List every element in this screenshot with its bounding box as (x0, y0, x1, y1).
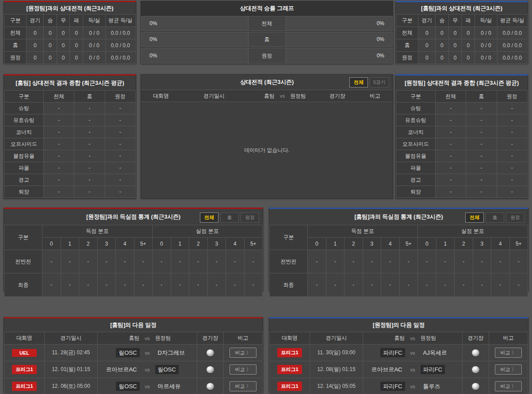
col-header: 평균 득/실 (105, 15, 135, 27)
stat-cell: - (399, 250, 418, 273)
panel-away-goal-stats: [원정팀]과의 득실점 통계 (최근3시즌) 전체 홈 원정 구분 득점 분포 … (4, 208, 263, 292)
stadium-icon[interactable] (472, 383, 479, 390)
stat-cell: - (466, 102, 497, 114)
stat-cell: - (207, 250, 226, 273)
tab-away[interactable]: 원정 (506, 212, 524, 223)
stat-cell: 0 (44, 52, 57, 64)
league-badge: 프리그1 (277, 365, 302, 374)
tab-5games[interactable]: 5경기 (370, 77, 389, 87)
tab-all[interactable]: 전체 (349, 77, 368, 87)
league-badge: 프리그1 (277, 382, 302, 391)
col-header: 구분 (4, 225, 42, 250)
stat-cell: - (466, 126, 497, 138)
stadium-icon[interactable] (207, 349, 214, 356)
tab-all[interactable]: 전체 (465, 212, 484, 223)
away-summary-table: 구분 전체 홈 원정 슈팅--- 유효슈팅--- 코너킥--- 오프사이드---… (396, 90, 528, 198)
winrate-right-value: 0% (377, 36, 384, 42)
stat-cell: - (399, 273, 418, 297)
goal-stats-tabs: 전체 홈 원정 (198, 212, 259, 223)
stat-cell: 0.0 / 0.0 (497, 27, 527, 39)
stadium-icon[interactable] (207, 366, 214, 373)
stat-cell: - (105, 114, 135, 126)
group-header-conceded: 실점 분포 (153, 225, 263, 238)
compare-button[interactable]: 비교 〉 (230, 381, 256, 391)
compare-button[interactable]: 비교 〉 (230, 348, 256, 358)
stat-cell: - (497, 150, 527, 162)
bin-header: 4 (116, 238, 134, 250)
home-schedule-table: 대회명 경기일시 홈팀vs원정팀 경기장 비고 UEL 11. 28(금) 02… (4, 332, 263, 394)
away-goal-stats-table: 구분 득점 분포 실점 분포 012345+ 012345+ 전반전 -----… (4, 225, 263, 297)
stat-cell: - (189, 250, 208, 273)
stadium-icon[interactable] (472, 366, 479, 373)
stadium-icon[interactable] (472, 349, 479, 356)
row-label: 슈팅 (4, 102, 44, 114)
stat-cell: - (436, 114, 466, 126)
row-label: 유효슈팅 (4, 114, 44, 126)
compare-button[interactable]: 비교 〉 (495, 381, 521, 391)
bin-header: 4 (226, 238, 245, 250)
stat-cell: - (44, 102, 74, 114)
bin-header: 3 (473, 238, 491, 250)
stat-cell: - (189, 273, 208, 297)
row-label: 오프사이드 (396, 138, 436, 150)
stat-cell: 0.0 / 0.0 (497, 39, 527, 52)
stat-cell: - (455, 273, 473, 297)
stat-cell: - (436, 138, 466, 150)
table-row: 홈 0 0 0 0 0 / 0 0.0 / 0.0 (4, 39, 136, 52)
stat-cell: - (436, 102, 466, 114)
stat-cell: 0 / 0 (475, 27, 497, 39)
winrate-right-bar: 0% (286, 16, 393, 31)
tab-home[interactable]: 홈 (220, 212, 239, 223)
away-team-name: D자그레브 (155, 348, 188, 357)
compare-button[interactable]: 비교 〉 (495, 364, 521, 375)
tab-all[interactable]: 전체 (200, 212, 218, 223)
away-team-col-label: 원정팀 (421, 334, 463, 342)
match-datetime: 12. 01(월) 01:15 (45, 361, 98, 378)
panel-title: [홈팀] 상대전적 결과 종합 (최근3시즌 평균) (4, 76, 136, 90)
schedule-row: 프리그1 12. 01(월) 01:15 르아브르ACvs릴OSC 비교 〉 (4, 361, 263, 378)
stat-cell: - (491, 273, 510, 297)
table-row: 유효슈팅--- (4, 114, 136, 126)
tab-home[interactable]: 홈 (486, 212, 504, 223)
home-team-name: 릴OSC (116, 348, 139, 357)
col-header: 경기장 (197, 332, 224, 345)
away-team-name: 파리FC (421, 365, 445, 374)
row-label: 퇴장 (396, 186, 436, 198)
col-header: 경기 (27, 15, 44, 27)
col-header: 원정 (497, 91, 527, 102)
col-header: 구분 (396, 91, 436, 102)
table-row: 볼점유율--- (396, 150, 528, 162)
bin-header: 1 (436, 238, 455, 250)
match-datetime: 11. 30(일) 03:00 (310, 345, 363, 361)
stat-cell: - (171, 273, 189, 297)
stat-cell: - (105, 150, 135, 162)
table-row: 홈 0 0 0 0 0 / 0 0.0 / 0.0 (396, 39, 528, 52)
stat-cell: - (134, 273, 153, 297)
tab-away[interactable]: 원정 (241, 212, 259, 223)
row-label: 볼점유율 (4, 150, 44, 162)
stat-cell: - (308, 273, 326, 297)
bin-header: 1 (171, 238, 189, 250)
stadium-icon[interactable] (207, 383, 214, 390)
stat-cell: - (363, 273, 381, 297)
stat-cell: - (497, 186, 527, 198)
stat-cell: 0.0 / 0.0 (105, 39, 135, 52)
stat-cell: - (418, 250, 436, 273)
stat-cell: - (116, 250, 134, 273)
panel-title: 상대전적 승률 그래프 (141, 1, 393, 16)
h2h-list-header: 대회명 경기일시 홈팀 vs 원정팀 경기장 비고 (141, 90, 393, 102)
col-header: 득/실 (83, 15, 105, 27)
stat-cell: - (418, 273, 436, 297)
stat-cell: 0 (448, 27, 462, 39)
vs-label: vs (410, 367, 415, 372)
table-row: 최종 ------ ------ (4, 273, 263, 297)
stat-cell: - (116, 273, 134, 297)
row-label: 홈 (4, 39, 27, 52)
table-row: 볼점유율--- (4, 150, 136, 162)
row-label: 최종 (270, 273, 308, 297)
stat-cell: - (326, 250, 344, 273)
bin-header: 2 (189, 238, 208, 250)
compare-button[interactable]: 비교 〉 (230, 364, 256, 375)
stat-cell: - (74, 102, 105, 114)
compare-button[interactable]: 비교 〉 (495, 348, 521, 358)
